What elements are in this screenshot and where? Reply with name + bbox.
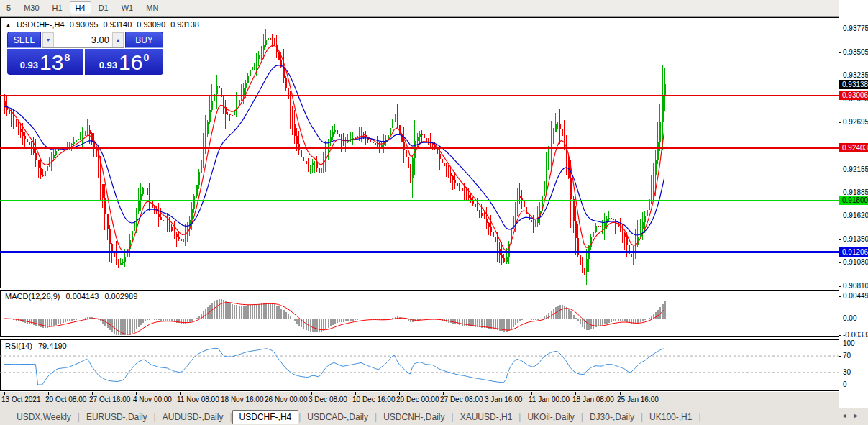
time-axis-label: 11 Nov 08:00 bbox=[177, 396, 219, 403]
buy-price-big: 16 bbox=[119, 52, 142, 73]
tab-audusddaily[interactable]: AUDUSD-,Daily bbox=[156, 410, 230, 424]
chart-symbol: USDCHF-,H4 bbox=[17, 20, 65, 29]
rsi-axis-tick-label: 70 bbox=[843, 352, 851, 360]
sell-price-prefix: 0.93 bbox=[20, 60, 38, 70]
time-axis-tick bbox=[180, 392, 181, 395]
period-button-d1[interactable]: D1 bbox=[93, 1, 114, 14]
time-axis-tick bbox=[399, 392, 400, 395]
sell-button[interactable]: SELL bbox=[7, 32, 41, 48]
ohlc-open: 0.93095 bbox=[70, 20, 99, 29]
time-axis-tick bbox=[620, 392, 621, 395]
time-axis-tick bbox=[136, 392, 137, 395]
time-axis-label: 11 Jan 00:00 bbox=[529, 396, 570, 403]
axis-divider-line bbox=[839, 17, 839, 392]
sell-price-big: 13 bbox=[40, 52, 63, 73]
macd-value-main: 0.004143 bbox=[65, 292, 99, 301]
price-axis-tick-label: 0.93505 bbox=[843, 48, 868, 56]
time-axis-label: 18 Nov 16:00 bbox=[221, 396, 264, 403]
time-axis-label: 20 Dec 00:00 bbox=[396, 396, 439, 403]
tab-scroll-arrows[interactable]: ◄► bbox=[841, 412, 865, 419]
price-marker-label: 0.92403 bbox=[839, 143, 868, 152]
time-axis-tick bbox=[92, 392, 93, 395]
ohlc-low: 0.93090 bbox=[137, 20, 165, 29]
time-axis[interactable]: 13 Oct 202120 Oct 08:0027 Oct 16:004 Nov… bbox=[0, 392, 868, 408]
time-axis-tick bbox=[268, 392, 268, 395]
time-axis-tick bbox=[224, 392, 224, 395]
time-axis-tick bbox=[4, 392, 5, 395]
macd-axis-tick-label: -0.003333 bbox=[843, 331, 868, 339]
tab-usdcaddaily[interactable]: USDCAD-,Daily bbox=[301, 410, 375, 424]
time-axis-label: 3 Jan 16:00 bbox=[485, 396, 522, 403]
tab-usdxweekly[interactable]: USDX,Weekly bbox=[10, 410, 78, 424]
price-axis-tick-label: 0.91080 bbox=[843, 258, 868, 266]
collapse-triangle-icon[interactable]: ▲ bbox=[5, 22, 12, 29]
lot-size-value[interactable]: 3.00 bbox=[54, 32, 112, 47]
chart-header: ▲ USDCHF-,H4 0.93095 0.93140 0.93090 0.9… bbox=[5, 20, 202, 29]
time-axis-label: 25 Jan 16:00 bbox=[617, 396, 659, 403]
buy-price-prefix: 0.93 bbox=[99, 60, 117, 70]
tab-usdchfh4[interactable]: USDCHF-,H4 bbox=[232, 410, 299, 424]
lot-increase-button[interactable]: ▲ bbox=[112, 32, 124, 47]
macd-axis-tick-label: 0.00 bbox=[843, 314, 856, 322]
tab-usdcnhdaily[interactable]: USDCNH-,Daily bbox=[377, 410, 451, 424]
time-axis-label: 20 Oct 08:00 bbox=[45, 396, 86, 403]
time-axis-tick bbox=[311, 392, 312, 395]
rsi-canvas[interactable] bbox=[0, 339, 839, 391]
time-axis-tick bbox=[355, 392, 356, 395]
tab-ukoildaily[interactable]: UKOil-,Daily bbox=[521, 410, 580, 424]
time-axis-tick bbox=[531, 392, 532, 395]
time-axis-label: 27 Dec 08:00 bbox=[440, 396, 483, 403]
tab-dj30daily[interactable]: DJ30-,Daily bbox=[583, 410, 641, 424]
rsi-name: RSI(14) bbox=[5, 342, 32, 350]
macd-axis-tick-label: 0.004499 bbox=[843, 292, 868, 300]
one-click-trade-panel: SELL ▼ 3.00 ▲ BUY 0.93 13 8 0.93 16 0 bbox=[7, 32, 163, 75]
macd-value-signal: 0.002989 bbox=[104, 292, 137, 301]
tab-xauusdh1[interactable]: XAUUSD-,H1 bbox=[454, 410, 519, 424]
period-button-h1[interactable]: H1 bbox=[47, 1, 68, 14]
time-axis-label: 4 Nov 00:00 bbox=[133, 396, 172, 403]
price-axis[interactable]: 0.937750.935050.932350.929650.926950.921… bbox=[839, 0, 868, 408]
macd-label: MACD(12,26,9) 0.004143 0.002989 bbox=[5, 292, 141, 301]
toolbar-separator bbox=[168, 1, 168, 14]
price-axis-tick-label: 0.93235 bbox=[843, 71, 868, 79]
time-axis-tick bbox=[575, 392, 576, 395]
period-toolbar: 5M30H1H4D1W1MN bbox=[0, 0, 868, 17]
period-button-w1[interactable]: W1 bbox=[116, 1, 140, 14]
rsi-label: RSI(14) 79.4190 bbox=[5, 342, 70, 350]
tab-uk100h1[interactable]: UK100-,H1 bbox=[643, 410, 698, 424]
period-button-5[interactable]: 5 bbox=[1, 1, 17, 14]
time-axis-tick bbox=[443, 392, 444, 395]
price-axis-tick-label: 0.91620 bbox=[843, 211, 868, 219]
period-button-m30[interactable]: M30 bbox=[18, 1, 45, 14]
chart-tab-bar: USDX,Weekly|EURUSD-,Daily|AUDUSD-,Daily|… bbox=[0, 408, 868, 425]
price-marker-label: 0.93006 bbox=[839, 91, 868, 100]
rsi-axis-tick-label: 100 bbox=[843, 339, 855, 347]
period-button-mn[interactable]: MN bbox=[140, 1, 164, 14]
price-axis-tick-label: 0.92695 bbox=[843, 118, 868, 126]
buy-price-display[interactable]: 0.93 16 0 bbox=[85, 49, 163, 75]
buy-price-sup: 0 bbox=[143, 52, 149, 63]
buy-button[interactable]: BUY bbox=[125, 32, 163, 48]
price-marker-label: 0.91206 bbox=[839, 247, 868, 257]
period-button-h4[interactable]: H4 bbox=[70, 1, 91, 14]
time-axis-tick bbox=[48, 392, 49, 395]
time-axis-label: 18 Jan 08:00 bbox=[572, 396, 614, 403]
rsi-value: 79.4190 bbox=[38, 342, 67, 350]
price-axis-tick-label: 0.92155 bbox=[843, 165, 868, 173]
ohlc-close: 0.93138 bbox=[170, 20, 199, 29]
sell-price-display[interactable]: 0.93 13 8 bbox=[7, 49, 83, 75]
tab-separator: | bbox=[698, 412, 700, 422]
time-axis-label: 10 Dec 16:00 bbox=[352, 396, 396, 403]
price-axis-tick-label: 0.91350 bbox=[843, 235, 868, 243]
rsi-axis-tick-label: 30 bbox=[843, 368, 851, 376]
period-buttons: 5M30H1H4D1W1MN bbox=[0, 1, 165, 14]
sell-price-sup: 8 bbox=[64, 52, 70, 63]
time-axis-label: 27 Oct 16:00 bbox=[89, 396, 130, 403]
lot-decrease-button[interactable]: ▼ bbox=[42, 32, 54, 47]
price-marker-label: 0.91800 bbox=[839, 196, 868, 205]
mt4-window: 5M30H1H4D1W1MN ▲ USDCHF-,H4 0.93095 0.93… bbox=[0, 0, 868, 425]
rsi-axis-tick-label: 0 bbox=[843, 380, 847, 388]
tab-eurusddaily[interactable]: EURUSD-,Daily bbox=[80, 410, 154, 424]
lot-size-spinner: ▼ 3.00 ▲ bbox=[42, 32, 124, 48]
ohlc-high: 0.93140 bbox=[104, 20, 132, 29]
